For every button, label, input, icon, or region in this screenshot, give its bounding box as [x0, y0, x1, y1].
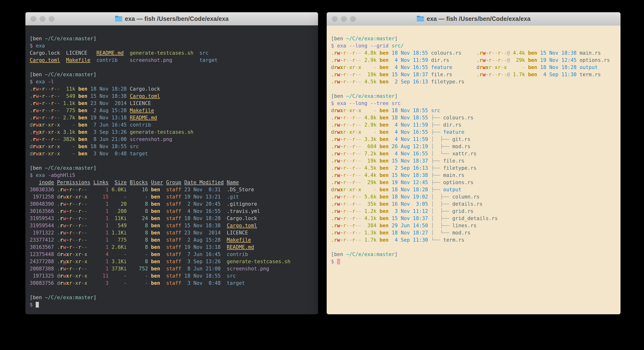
- close-button[interactable]: [31, 16, 36, 22]
- terminal-line: .rw-r--r-- 2.9k ben 4 Nov 11:59 dir.rs .…: [331, 56, 617, 64]
- terminal-line: 30163567 .rw-r--r-- 1 2.6Ki 8 ben staff …: [30, 244, 314, 251]
- window-titlebar[interactable]: exa — fish /Users/ben/Code/exa/exa: [327, 12, 620, 26]
- terminal-cursor: [36, 302, 39, 308]
- window-controls: [31, 12, 54, 25]
- terminal-line: inode Permissions Links Size Blocks User…: [30, 179, 314, 186]
- terminal-line: drwxr-xr-x - ben 18 Nov 18:55 src: [30, 143, 314, 150]
- terminal-line: .rw-r--r-- 29k ben 19 Nov 12:45 ├── opti…: [331, 179, 617, 186]
- terminal-line: drwxr-xr-x - ben 18 Nov 18:28 ├── output: [331, 186, 617, 193]
- terminal-line: 12375448 drwxr-xr-x 4 - - ben staff 7 Ju…: [30, 251, 314, 258]
- terminal-line: [30, 287, 314, 294]
- terminal-line: [30, 157, 314, 164]
- terminal-line: drwxr-xr-x - ben 4 Nov 16:55 feature drw…: [331, 64, 617, 71]
- terminal-line: 23377412 .rw-r--r-- 1 775 8 ben staff 2 …: [30, 236, 314, 244]
- terminal-line: [ben ~/C/e/exa:master]: [331, 251, 617, 258]
- terminal-cursor: [337, 259, 340, 264]
- terminal-line: 1971325 drwxr-xr-x 11 - - ben staff 18 N…: [30, 272, 314, 280]
- terminal-line: 24377288 .rwxr-xr-x 1 3.1Ki 8 ben staff …: [30, 258, 314, 265]
- terminal-line: .rw-r--r-- 7.2k ben 4 Nov 16:55 │ └── xa…: [331, 150, 617, 157]
- terminal-line: 30030336 .rw-r--r-- 1 6.0Ki 16 ben staff…: [30, 186, 314, 193]
- terminal-line: 31959544 .rw-r--r-- 1 549 8 ben staff 15…: [30, 222, 314, 229]
- terminal-line: [ben ~/C/e/exa:master]: [30, 71, 314, 78]
- minimize-button[interactable]: [341, 16, 346, 22]
- terminal-line: 1971258 drwxr-xr-x 15 - - ben staff 19 N…: [30, 193, 314, 200]
- terminal-line: .rw-r--r-- 775 ben 2 Aug 15:28 Makefile: [30, 107, 314, 114]
- terminal-line: .rw-r--r-- 384 ben 29 Jun 14:50 │ ├── li…: [331, 222, 617, 229]
- terminal-line: .rw-r--r-- 3.3k ben 4 Nov 11:59 │ ├── gi…: [331, 136, 617, 143]
- terminal-line: .rw-r--r-- 382k ben 8 Jun 21:00 screensh…: [30, 136, 314, 143]
- terminal-line: $ exa --long --grid src/: [331, 42, 617, 50]
- terminal-line: .rw-r--r-- 2.7k ben 19 Nov 13:18 README.…: [30, 114, 314, 121]
- terminal-line: .rw-r--r-- 11k ben 18 Nov 18:28 Cargo.lo…: [30, 85, 314, 92]
- window-titlebar[interactable]: exa — fish /Users/ben/Code/exa/exa: [26, 12, 318, 26]
- terminal-line: .rwxr-xr-x 3.1k ben 3 Sep 13:26 generate…: [30, 128, 314, 136]
- terminal-line: .rw-r--r-- 1.2k ben 3 Nov 11:12 │ ├── gr…: [331, 208, 617, 215]
- terminal-line: drwxr-xr-x - ben 18 Nov 18:55 src: [331, 107, 617, 114]
- terminal-line: [ben ~/C/e/exa:master]: [30, 294, 314, 301]
- terminal-line: .rw-r--r-- 19k ben 15 Nov 18:37 file.rs …: [331, 71, 617, 78]
- desktop: exa — fish /Users/ben/Code/exa/exa [ben …: [0, 0, 644, 350]
- terminal-line: .rw-r--r-- 5.6k ben 18 Nov 19:02 │ ├── c…: [331, 193, 617, 200]
- terminal-line: .rw-r--r-- 4.5k ben 2 Sep 16:13 ├── file…: [331, 164, 617, 172]
- terminal-line: .rw-r--r-- 4.8k ben 18 Nov 18:55 ├── col…: [331, 114, 617, 121]
- window-title-text: exa — fish /Users/ben/Code/exa/exa: [426, 15, 530, 22]
- terminal-line: Cargo.toml Makefile contrib screenshot.p…: [30, 56, 314, 64]
- terminal-line: .rw-r--r-- 1.1k ben 23 Nov 2014 LICENCE: [30, 100, 314, 107]
- terminal-screen[interactable]: [ben ~/C/e/exa:master]$ exa --long --gri…: [327, 26, 620, 314]
- minimize-button[interactable]: [40, 16, 45, 22]
- terminal-window-dark: exa — fish /Users/ben/Code/exa/exa [ben …: [26, 12, 318, 314]
- terminal-line: 30083756 drwxr-xr-x 3 - - ben staff 3 No…: [30, 280, 314, 287]
- window-title: exa — fish /Users/ben/Code/exa/exa: [416, 15, 530, 22]
- close-button[interactable]: [332, 16, 338, 22]
- terminal-line: drwxr-xr-x - ben 4 Nov 16:55 ├── feature: [331, 128, 617, 136]
- terminal-line: [ben ~/C/e/exa:master]: [30, 35, 314, 42]
- terminal-line: .rw-r--r-- 604 ben 26 Aug 12:19 │ ├── mo…: [331, 143, 617, 150]
- terminal-line: Cargo.lock LICENCE README.md generate-te…: [30, 50, 314, 56]
- terminal-line: .rw-r--r-- 4.5k ben 2 Sep 16:13 filetype…: [331, 78, 617, 85]
- terminal-line: [ben ~/C/e/exa:master]: [30, 164, 314, 172]
- terminal-line: $ exa -abghHliS: [30, 172, 314, 179]
- terminal-line: 1971322 .rw-r--r-- 1 1.1Ki 8 ben staff 2…: [30, 229, 314, 236]
- terminal-line: drwxr-xr-x - ben 3 Nov 0:48 target: [30, 150, 314, 157]
- window-title-text: exa — fish /Users/ben/Code/exa/exa: [125, 15, 229, 22]
- terminal-line: [331, 244, 617, 251]
- terminal-line: drwxr-xr-x - ben 7 Jun 16:45 contrib: [30, 121, 314, 128]
- terminal-line: .rw-r--r-- 1.3k ben 18 Nov 18:27 │ └── m…: [331, 229, 617, 236]
- terminal-line: .rw-r--r-- 4.8k ben 18 Nov 18:55 colours…: [331, 50, 617, 56]
- terminal-line: 31959543 .rw-r--r-- 1 11Ki 24 ben staff …: [30, 215, 314, 222]
- terminal-line: 20087308 .rw-r--r-- 1 373Ki 752 ben staf…: [30, 265, 314, 272]
- zoom-button[interactable]: [350, 16, 356, 22]
- terminal-line: $ exa: [30, 42, 314, 50]
- terminal-line: $: [30, 301, 314, 308]
- terminal-line: $ exa -l: [30, 78, 314, 85]
- terminal-line: .rw-r--r-- 2.9k ben 4 Nov 11:59 ├── dir.…: [331, 121, 617, 128]
- terminal-line: [ben ~/C/e/exa:master]: [331, 92, 617, 100]
- terminal-line: [331, 85, 617, 92]
- terminal-line: .rw-r--r-- 19k ben 15 Nov 18:37 ├── file…: [331, 157, 617, 164]
- zoom-button[interactable]: [49, 16, 54, 22]
- terminal-line: .rw-r--r-- 4.1k ben 15 Nov 18:37 │ ├── g…: [331, 215, 617, 222]
- folder-icon: [115, 16, 122, 22]
- terminal-line: .rw-r--r-- 549 ben 15 Nov 18:38 Cargo.to…: [30, 92, 314, 100]
- folder-icon: [416, 16, 424, 22]
- terminal-line: .rw-r--r-- 4.4k ben 15 Nov 18:38 ├── mai…: [331, 172, 617, 179]
- terminal-line: 30163566 .rw-r--r-- 1 200 8 ben staff 4 …: [30, 208, 314, 215]
- terminal-line: 30048390 .rw-r--r-- 1 20 8 ben staff 2 N…: [30, 200, 314, 208]
- terminal-line: .rw-r--r-- 1.7k ben 4 Sep 11:30 └── term…: [331, 236, 617, 244]
- terminal-line: $: [331, 258, 617, 265]
- terminal-line: .rw-r--r-- 35k ben 16 Nov 3:05 │ ├── det…: [331, 200, 617, 208]
- terminal-line: [ben ~/C/e/exa:master]: [331, 35, 617, 42]
- terminal-screen[interactable]: [ben ~/C/e/exa:master]$ exaCargo.lock LI…: [26, 26, 318, 314]
- terminal-line: $ exa --long --tree src: [331, 100, 617, 107]
- terminal-line: [30, 64, 314, 71]
- window-controls: [332, 12, 356, 25]
- terminal-window-light: exa — fish /Users/ben/Code/exa/exa [ben …: [327, 12, 620, 314]
- window-title: exa — fish /Users/ben/Code/exa/exa: [115, 15, 229, 22]
